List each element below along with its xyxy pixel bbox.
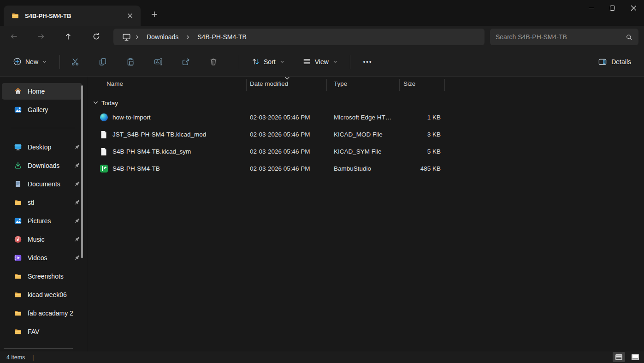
explorer-tab[interactable]: S4B-PH-SM4-TB <box>4 6 141 26</box>
column-header-size[interactable]: Size <box>403 80 415 87</box>
sidebar-item-pictures[interactable]: Pictures <box>2 213 82 229</box>
sidebar-item-label: Downloads <box>28 162 67 169</box>
file-date: 02-03-2026 05:46 PM <box>250 160 310 177</box>
file-name[interactable]: JST_S4B-PH-SM4-TB.kicad_mod <box>112 126 206 143</box>
chevron-right-icon <box>184 34 192 40</box>
close-icon[interactable] <box>623 0 644 16</box>
videos-icon <box>14 254 22 262</box>
file-size: 1 KB <box>383 109 441 126</box>
sidebar-item-stl[interactable]: stl <box>2 194 82 211</box>
sidebar-item-videos[interactable]: Videos <box>2 250 82 266</box>
pin-icon <box>73 198 81 207</box>
sidebar-item-downloads[interactable]: Downloads <box>2 157 82 174</box>
folder-icon <box>14 198 22 207</box>
view-button[interactable]: View <box>297 54 343 70</box>
sidebar-item-desktop[interactable]: Desktop <box>2 139 82 155</box>
file-row-bambustudio[interactable]: S4B-PH-SM4-TB 02-03-2026 05:46 PM BambuS… <box>88 160 644 177</box>
minimize-icon[interactable] <box>580 0 602 16</box>
file-name[interactable]: S4B-PH-SM4-TB.kicad_sym <box>112 143 191 160</box>
refresh-icon[interactable] <box>88 28 105 45</box>
sidebar-item-fab-accadamy[interactable]: fab accadamy 2 <box>2 305 82 321</box>
share-icon[interactable] <box>177 54 195 70</box>
column-header-date-modified[interactable]: Date modified <box>250 80 288 87</box>
sidebar-item-label: Pictures <box>28 217 67 225</box>
maximize-icon[interactable] <box>602 0 623 16</box>
sidebar-item-gallery[interactable]: Gallery <box>2 101 82 118</box>
sidebar-item-home[interactable]: Home <box>2 83 82 100</box>
pin-icon <box>73 235 81 244</box>
new-button[interactable]: New <box>7 54 53 70</box>
column-header-name[interactable]: Name <box>106 80 123 87</box>
sidebar-item-documents[interactable]: Documents <box>2 176 82 192</box>
more-options-icon[interactable]: ••• <box>357 54 379 69</box>
chevron-down-icon[interactable] <box>93 101 99 105</box>
sidebar-item-label: Desktop <box>28 143 67 151</box>
column-resize-handle[interactable] <box>246 79 247 91</box>
file-name[interactable]: how-to-import <box>112 109 151 126</box>
sidebar-item-screenshots[interactable]: Screenshots <box>2 268 82 285</box>
gallery-icon <box>14 106 22 114</box>
group-header-today[interactable]: Today <box>88 97 118 109</box>
toolbar-divider <box>350 55 350 69</box>
window-controls <box>580 0 644 16</box>
breadcrumb-item-current[interactable]: S4B-PH-SM4-TB <box>193 31 251 42</box>
downloads-icon <box>14 161 22 170</box>
pin-icon <box>73 143 81 151</box>
up-arrow-icon[interactable] <box>60 28 77 45</box>
pin-icon <box>73 217 81 225</box>
file-type: BambuStudio <box>334 160 371 177</box>
sidebar-item-kicad-week06[interactable]: kicad week06 <box>2 286 82 303</box>
large-icons-view-toggle-icon[interactable] <box>629 352 641 362</box>
sidebar-item-label: Videos <box>28 254 67 262</box>
copy-icon[interactable] <box>94 54 112 70</box>
file-row-kicad-sym[interactable]: S4B-PH-SM4-TB.kicad_sym 02-03-2026 05:46… <box>88 143 644 160</box>
file-size: 5 KB <box>383 143 441 160</box>
cut-icon[interactable] <box>66 54 84 70</box>
pin-icon <box>73 254 81 262</box>
sidebar-scrollbar[interactable] <box>81 85 83 258</box>
back-arrow-icon[interactable] <box>6 28 22 45</box>
breadcrumb-item-downloads[interactable]: Downloads <box>142 31 183 42</box>
breadcrumb[interactable]: Downloads S4B-PH-SM4-TB <box>113 29 484 45</box>
file-type: KICAD_MOD File <box>334 126 383 143</box>
sidebar-item-label: Documents <box>28 180 67 188</box>
forward-arrow-icon[interactable] <box>33 28 49 45</box>
search-icon[interactable] <box>625 33 633 41</box>
chevron-down-icon <box>279 59 285 65</box>
file-date: 02-03-2026 05:46 PM <box>250 109 310 126</box>
tab-close-icon[interactable] <box>124 10 136 22</box>
sort-button[interactable]: Sort <box>246 54 290 70</box>
bambustudio-icon <box>100 160 108 177</box>
column-resize-handle[interactable] <box>399 79 400 91</box>
status-bar: 4 items | <box>0 351 644 363</box>
this-pc-monitor-icon[interactable] <box>118 32 132 42</box>
details-pane-icon <box>598 57 607 66</box>
navigation-bar: Downloads S4B-PH-SM4-TB <box>0 26 644 47</box>
column-resize-handle[interactable] <box>444 79 445 91</box>
file-row-kicad-mod[interactable]: JST_S4B-PH-SM4-TB.kicad_mod 02-03-2026 0… <box>88 126 644 143</box>
sidebar-item-music[interactable]: Music <box>2 231 82 248</box>
file-row-how-to-import[interactable]: how-to-import 02-03-2026 05:46 PM Micros… <box>88 109 644 126</box>
file-name[interactable]: S4B-PH-SM4-TB <box>112 160 160 177</box>
file-type: KICAD_SYM File <box>334 143 382 160</box>
column-header-type[interactable]: Type <box>334 80 347 87</box>
delete-icon[interactable] <box>205 54 222 70</box>
sidebar-item-label: FAV <box>28 328 82 335</box>
file-size: 485 KB <box>383 160 441 177</box>
rename-icon[interactable] <box>149 54 167 70</box>
file-date: 02-03-2026 05:46 PM <box>250 126 310 143</box>
details-button[interactable]: Details <box>592 54 637 70</box>
documents-icon <box>14 180 22 188</box>
search-box[interactable] <box>490 29 638 45</box>
search-input[interactable] <box>496 33 625 41</box>
command-toolbar: New Sort View ••• Details <box>0 47 644 77</box>
item-count: 4 items <box>6 354 25 361</box>
folder-icon <box>14 272 22 280</box>
paste-icon[interactable] <box>122 54 139 70</box>
column-resize-handle[interactable] <box>326 79 327 91</box>
pin-icon <box>73 180 81 188</box>
details-view-toggle-icon[interactable] <box>613 352 625 362</box>
new-tab-icon[interactable] <box>148 7 161 21</box>
pictures-icon <box>14 217 22 225</box>
sidebar-item-fav[interactable]: FAV <box>2 323 82 340</box>
